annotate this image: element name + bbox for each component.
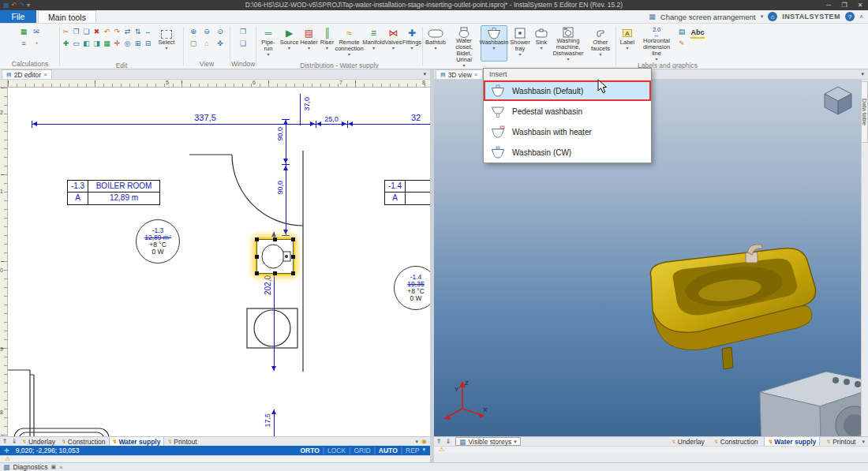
layer-list-icon[interactable]: ▾	[416, 439, 419, 445]
mirror-left-icon[interactable]: ◧	[81, 37, 92, 49]
rotate-icon[interactable]: ◎	[122, 37, 133, 49]
diagnostics-tab[interactable]: Diagnostics	[13, 463, 48, 471]
tab-list-icon[interactable]: ▾	[423, 69, 430, 79]
save-icon[interactable]: ▦	[3, 0, 9, 10]
pin-panel-icon[interactable]: ▣	[51, 464, 56, 470]
warning-icon[interactable]: ⚠	[5, 455, 10, 462]
close-icon[interactable]: ×	[43, 71, 47, 78]
sink-button[interactable]: Sink ▾	[533, 25, 550, 62]
options-list-icon[interactable]: ≡	[17, 37, 30, 49]
dropdown-item-pedestal-washbasin[interactable]: Pedestal washbasin	[484, 101, 651, 121]
manifold-button[interactable]: ≡ Manifold ▾	[363, 25, 384, 62]
other-faucets-button[interactable]: Other faucets ▾	[586, 25, 615, 62]
2d-drawing-canvas[interactable]: 337,5 25,0 32 90,0 90,0 37,0 202,0 17,5	[8, 88, 430, 436]
move-icon[interactable]: ↔	[143, 25, 153, 37]
layer-tab-underlay[interactable]: ↯Underlay	[19, 437, 58, 446]
close-button[interactable]: ✕	[852, 0, 868, 10]
undo-edit-icon[interactable]: ↶	[102, 25, 112, 37]
tab-file[interactable]: File	[0, 10, 36, 23]
source-button[interactable]: ▶ Source ▾	[279, 25, 299, 62]
zoom-in-icon[interactable]: ⊕	[187, 25, 200, 37]
layer-list-icon[interactable]: ▾	[862, 439, 865, 445]
toggle-auto[interactable]: AUTO	[379, 447, 398, 454]
fittings-button[interactable]: ✚ Fittings ▾	[402, 25, 421, 62]
dropdown-item-washbasin-with-heater[interactable]: Washbasin with heater	[484, 121, 651, 142]
close-icon[interactable]: ×	[59, 464, 63, 471]
chevron-down-icon[interactable]: ▾	[761, 13, 764, 20]
select-button[interactable]: Select ▾	[153, 25, 180, 62]
selected-washbasin-symbol[interactable]	[256, 239, 294, 274]
undo-icon[interactable]: ↶	[12, 0, 17, 10]
warning-icon[interactable]: ⚠	[439, 446, 444, 453]
toggle-lock[interactable]: LOCK	[327, 447, 346, 454]
maximize-button[interactable]: ❐	[836, 0, 852, 10]
heater-button[interactable]: ▤ Heater ▾	[299, 25, 319, 62]
rectangle-icon[interactable]: ▭	[71, 37, 81, 49]
layer-tab-construction[interactable]: ↯Construction	[58, 437, 109, 446]
change-screen-arrangement[interactable]: Change screen arrangement	[660, 13, 756, 21]
storey-down-button[interactable]: ⇓	[443, 437, 453, 447]
tab-main-tools[interactable]: Main tools	[38, 10, 96, 23]
storey-up-button[interactable]: ⇑	[0, 437, 9, 447]
layer-tab-water-supply[interactable]: ↯Water supply	[764, 437, 820, 446]
storey-up-button[interactable]: ⇑	[434, 437, 443, 447]
insert-icon[interactable]: ⊞	[133, 37, 143, 49]
storey-down-button[interactable]: ⇓	[9, 437, 19, 447]
shower-tray-button[interactable]: Shower tray ▾	[507, 25, 533, 62]
toggle-rep[interactable]: REP	[406, 447, 419, 454]
data-table-side-tab[interactable]: Data table	[861, 81, 868, 143]
washing-machine-3d-model[interactable]	[754, 364, 861, 436]
tab-3d-view[interactable]: ▤ 3D view ×	[436, 69, 483, 79]
lamp-icon[interactable]: ◉	[421, 438, 427, 445]
layer-tab-construction[interactable]: ↯Construction	[711, 437, 761, 446]
home-view-icon[interactable]: ⌂	[200, 37, 214, 49]
zoom-extents-icon[interactable]: ▢	[187, 37, 200, 49]
align-icon[interactable]: ✛	[112, 37, 122, 49]
remote-connection-button[interactable]: ≈ Remote connection ▾	[335, 25, 363, 62]
riser-button[interactable]: ║ Riser ▾	[319, 25, 335, 62]
redo-edit-icon[interactable]: ↷	[112, 25, 122, 37]
washbasin-button[interactable]: Washbasin ▾	[481, 25, 507, 62]
bathtub-button[interactable]: Bathtub ▾	[424, 25, 447, 62]
redo-icon[interactable]: ↷	[19, 0, 24, 10]
label-button[interactable]: A Label ▾	[617, 25, 638, 62]
collapse-ribbon-icon[interactable]: ∧	[859, 13, 863, 20]
calculation-progress-icon[interactable]: ◔	[30, 37, 43, 49]
calculation-results-icon[interactable]: ▦	[17, 25, 30, 37]
chevron-down-icon[interactable]: ▾	[422, 447, 425, 454]
mirror-right-icon[interactable]: ◨	[92, 37, 102, 49]
close-icon[interactable]: ×	[474, 71, 478, 78]
layer-tab-printout[interactable]: ↯Printout	[823, 437, 859, 446]
minimize-button[interactable]: ─	[821, 0, 836, 10]
visible-storeys-button[interactable]: ▦ Visible storeys ▾	[455, 437, 521, 446]
tab-list-icon[interactable]: ▾	[861, 69, 868, 79]
help-button[interactable]: ?	[845, 12, 855, 21]
remove-icon[interactable]: ⊟	[143, 37, 153, 49]
pan-icon[interactable]: ✜	[214, 37, 227, 49]
toggle-orto[interactable]: ORTO	[300, 447, 319, 454]
tile-windows-icon[interactable]: ❏	[237, 37, 249, 49]
copy-icon[interactable]: ❐	[71, 25, 81, 37]
zoom-out-icon[interactable]: ⊖	[200, 25, 214, 37]
grid-snap-icon[interactable]: ▦	[102, 37, 112, 49]
messages-icon[interactable]: ✉	[30, 25, 43, 37]
toggle-grid[interactable]: GRID	[354, 447, 370, 454]
tab-2d-editor[interactable]: ▤ 2D editor ×	[2, 69, 52, 79]
cascade-windows-icon[interactable]: ❐	[237, 25, 249, 37]
layer-tab-underlay[interactable]: ↯Underlay	[668, 437, 708, 446]
navigation-cube[interactable]	[822, 84, 854, 116]
add-element-icon[interactable]: ✚	[61, 37, 71, 49]
paste-icon[interactable]: ❏	[81, 25, 92, 37]
layer-tab-water-supply[interactable]: ↯Water supply	[109, 437, 165, 446]
qat-dropdown-icon[interactable]: ▾	[27, 0, 30, 10]
horizontal-dimension-line-button[interactable]: 2.0↔ Horizontal dimension line ▾	[638, 25, 675, 62]
legend-icon[interactable]: ▤	[675, 25, 688, 37]
flip-vertical-icon[interactable]: ⇅	[133, 25, 143, 37]
freehand-drawing-icon[interactable]: ✎	[675, 37, 688, 49]
abc-text-button[interactable]: Abc	[688, 25, 707, 62]
zoom-selection-icon[interactable]: ⊙	[214, 25, 227, 37]
dropdown-item-washbasin-cw[interactable]: Washbasin (CW)	[484, 142, 651, 163]
swap-icon[interactable]: ⇄	[122, 25, 133, 37]
layer-tab-printout[interactable]: ↯Printout	[164, 437, 200, 446]
dropdown-item-washbasin-default[interactable]: Washbasin (Default)	[484, 80, 651, 101]
